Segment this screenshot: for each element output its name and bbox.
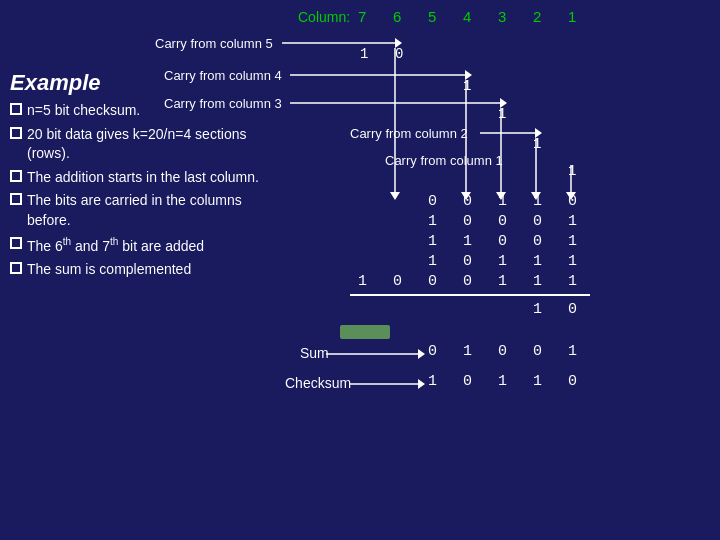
svg-marker-81 [531, 192, 541, 200]
svg-text:0: 0 [428, 193, 437, 210]
bullet-list: n=5 bit checksum. 20 bit data gives k=20… [10, 101, 280, 279]
bullet-text: n=5 bit checksum. [27, 101, 140, 121]
svg-text:0: 0 [568, 373, 577, 390]
list-item: The bits are carried in the columns befo… [10, 191, 280, 230]
svg-text:0: 0 [498, 233, 507, 250]
svg-text:1: 1 [568, 273, 577, 290]
svg-text:Column:: Column: [298, 9, 350, 25]
svg-text:1: 1 [498, 273, 507, 290]
bullet-text: 20 bit data gives k=20/n=4 sections (row… [27, 125, 280, 164]
bullet-icon [10, 262, 22, 274]
svg-text:1: 1 [533, 273, 542, 290]
svg-text:1: 1 [498, 253, 507, 270]
svg-text:0: 0 [463, 253, 472, 270]
svg-text:1: 1 [533, 253, 542, 270]
svg-marker-83 [566, 192, 576, 200]
svg-marker-23 [535, 128, 542, 138]
svg-marker-77 [461, 192, 471, 200]
svg-text:0: 0 [393, 273, 402, 290]
svg-text:0: 0 [498, 343, 507, 360]
list-item: 20 bit data gives k=20/n=4 sections (row… [10, 125, 280, 164]
svg-text:1: 1 [533, 373, 542, 390]
svg-text:1: 1 [428, 233, 437, 250]
svg-text:4: 4 [463, 8, 471, 25]
left-panel: Example n=5 bit checksum. 20 bit data gi… [10, 70, 280, 283]
svg-text:1: 1 [568, 343, 577, 360]
svg-marker-75 [390, 192, 400, 200]
svg-text:1: 1 [463, 233, 472, 250]
svg-text:Carry from column 5: Carry from column 5 [155, 36, 273, 51]
svg-text:1: 1 [568, 253, 577, 270]
bullet-text: The sum is complemented [27, 260, 191, 280]
svg-text:Sum: Sum [300, 345, 329, 361]
svg-text:0: 0 [533, 233, 542, 250]
svg-text:5: 5 [428, 8, 436, 25]
svg-text:1: 1 [568, 163, 576, 179]
bullet-icon [10, 103, 22, 115]
bullet-icon [10, 127, 22, 139]
svg-marker-79 [496, 192, 506, 200]
bullet-icon [10, 170, 22, 182]
svg-text:3: 3 [498, 8, 506, 25]
example-title: Example [10, 70, 280, 96]
svg-text:1: 1 [428, 253, 437, 270]
bullet-icon [10, 193, 22, 205]
svg-text:0: 0 [428, 343, 437, 360]
svg-text:6: 6 [393, 8, 401, 25]
svg-text:0: 0 [463, 373, 472, 390]
svg-rect-57 [340, 325, 390, 339]
svg-text:1: 1 [428, 373, 437, 390]
svg-text:1: 1 [463, 343, 472, 360]
bullet-icon [10, 237, 22, 249]
svg-text:Checksum: Checksum [285, 375, 351, 391]
list-item: n=5 bit checksum. [10, 101, 280, 121]
svg-marker-73 [418, 379, 425, 389]
svg-text:1: 1 [533, 301, 542, 318]
svg-marker-70 [418, 349, 425, 359]
svg-text:0: 0 [533, 343, 542, 360]
svg-text:2: 2 [533, 8, 541, 25]
svg-text:0: 0 [568, 193, 577, 210]
svg-text:Carry from column 1: Carry from column 1 [385, 153, 503, 168]
main-container: Column: 7 6 5 4 3 2 1 Carry from column … [0, 0, 720, 540]
svg-text:0: 0 [463, 273, 472, 290]
svg-text:7: 7 [358, 8, 366, 25]
svg-marker-10 [395, 38, 402, 48]
svg-marker-15 [465, 70, 472, 80]
svg-text:1: 1 [568, 233, 577, 250]
svg-text:1: 1 [498, 106, 506, 122]
svg-text:1: 1 [463, 78, 471, 94]
svg-text:1: 1 [568, 213, 577, 230]
svg-text:0: 0 [395, 46, 403, 62]
svg-text:1: 1 [533, 193, 542, 210]
list-item: The addition starts in the last column. [10, 168, 280, 188]
bullet-text: The bits are carried in the columns befo… [27, 191, 280, 230]
svg-text:1: 1 [360, 46, 368, 62]
list-item: The 6th and 7th bit are added [10, 235, 280, 256]
svg-text:0: 0 [568, 301, 577, 318]
svg-text:0: 0 [463, 193, 472, 210]
bullet-text: The addition starts in the last column. [27, 168, 259, 188]
list-item: The sum is complemented [10, 260, 280, 280]
svg-text:1: 1 [533, 136, 541, 152]
svg-text:1: 1 [498, 373, 507, 390]
svg-text:1: 1 [428, 213, 437, 230]
svg-text:1: 1 [568, 8, 576, 25]
svg-text:0: 0 [428, 273, 437, 290]
svg-text:0: 0 [533, 213, 542, 230]
svg-text:0: 0 [498, 213, 507, 230]
svg-marker-19 [500, 98, 507, 108]
svg-text:Carry from column 2: Carry from column 2 [350, 126, 468, 141]
svg-text:0: 0 [463, 213, 472, 230]
svg-text:1: 1 [498, 193, 507, 210]
bullet-text: The 6th and 7th bit are added [27, 235, 204, 256]
svg-text:1: 1 [358, 273, 367, 290]
